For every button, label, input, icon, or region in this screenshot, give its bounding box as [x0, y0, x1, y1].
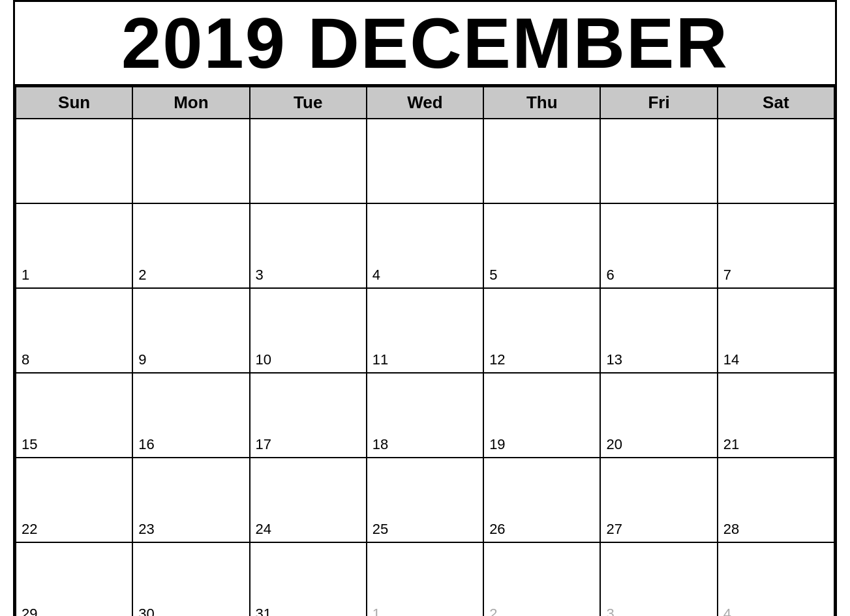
calendar-day-cell: 15: [16, 373, 132, 458]
calendar-day-cell: [367, 119, 483, 203]
calendar-day-cell: 2: [132, 203, 249, 288]
calendar-day-cell: 19: [483, 373, 600, 458]
calendar-day-cell: 10: [250, 288, 367, 373]
day-header-wed: Wed: [367, 87, 483, 119]
calendar-week-row: 1234567: [16, 203, 834, 288]
day-header-sun: Sun: [16, 87, 132, 119]
calendar-day-cell: 3: [600, 542, 717, 617]
day-header-mon: Mon: [132, 87, 249, 119]
calendar-day-cell: 20: [600, 373, 717, 458]
calendar-day-cell: 18: [367, 373, 483, 458]
calendar-day-cell: [483, 119, 600, 203]
calendar-day-cell: [132, 119, 249, 203]
calendar-day-cell: 5: [483, 203, 600, 288]
calendar-container: 2019 DECEMBER SunMonTueWedThuFriSat 1234…: [13, 0, 837, 616]
calendar-day-cell: 4: [367, 203, 483, 288]
calendar-day-cell: 7: [718, 203, 834, 288]
calendar-day-cell: 2: [483, 542, 600, 617]
calendar-week-row: 2930311234: [16, 542, 834, 617]
calendar-day-cell: 4: [718, 542, 834, 617]
day-header-tue: Tue: [250, 87, 367, 119]
calendar-day-cell: 1: [16, 203, 132, 288]
calendar-day-cell: [250, 119, 367, 203]
calendar-day-cell: 14: [718, 288, 834, 373]
calendar-day-cell: 16: [132, 373, 249, 458]
calendar-day-cell: 29: [16, 542, 132, 617]
day-header-sat: Sat: [718, 87, 834, 119]
day-header-fri: Fri: [600, 87, 717, 119]
calendar-day-cell: 17: [250, 373, 367, 458]
calendar-day-cell: 25: [367, 458, 483, 542]
calendar-day-cell: 31: [250, 542, 367, 617]
calendar-day-cell: 13: [600, 288, 717, 373]
calendar-day-cell: 8: [16, 288, 132, 373]
calendar-day-cell: 12: [483, 288, 600, 373]
calendar-week-row: 891011121314: [16, 288, 834, 373]
calendar-title: 2019 DECEMBER: [15, 2, 835, 86]
days-header-row: SunMonTueWedThuFriSat: [16, 87, 834, 119]
calendar-day-cell: 22: [16, 458, 132, 542]
calendar-day-cell: [16, 119, 132, 203]
calendar-table: SunMonTueWedThuFriSat 123456789101112131…: [15, 86, 835, 617]
calendar-day-cell: 21: [718, 373, 834, 458]
calendar-week-row: 22232425262728: [16, 458, 834, 542]
calendar-day-cell: 1: [367, 542, 483, 617]
calendar-day-cell: [600, 119, 717, 203]
day-header-thu: Thu: [483, 87, 600, 119]
calendar-week-row: 15161718192021: [16, 373, 834, 458]
calendar-day-cell: 26: [483, 458, 600, 542]
calendar-day-cell: 3: [250, 203, 367, 288]
calendar-day-cell: 23: [132, 458, 249, 542]
calendar-day-cell: 28: [718, 458, 834, 542]
calendar-day-cell: 9: [132, 288, 249, 373]
calendar-day-cell: 24: [250, 458, 367, 542]
calendar-day-cell: [718, 119, 834, 203]
calendar-day-cell: 30: [132, 542, 249, 617]
calendar-week-row: [16, 119, 834, 203]
calendar-day-cell: 27: [600, 458, 717, 542]
calendar-day-cell: 11: [367, 288, 483, 373]
calendar-day-cell: 6: [600, 203, 717, 288]
